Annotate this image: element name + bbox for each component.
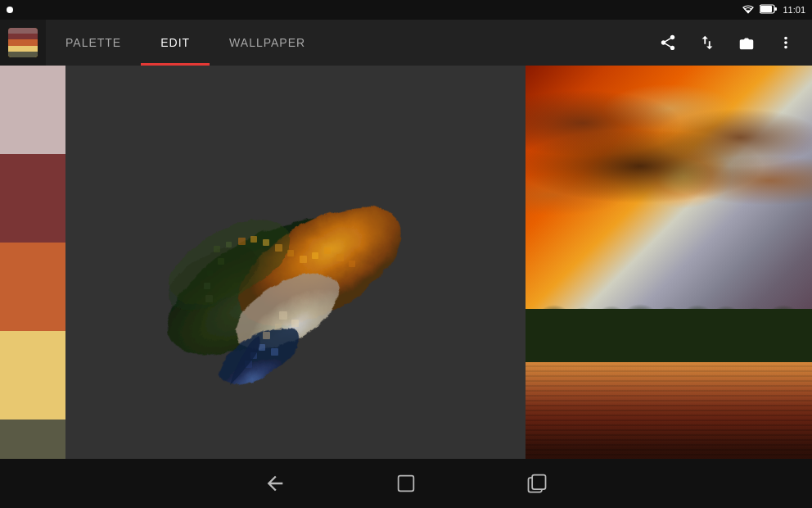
camera-button[interactable] (730, 26, 763, 59)
svg-rect-11 (238, 238, 246, 245)
bottom-nav (0, 459, 812, 508)
svg-rect-24 (205, 295, 213, 302)
tab-palette[interactable]: PALETTE (46, 20, 141, 66)
wifi-icon (742, 4, 755, 16)
app-icon-inner (8, 28, 38, 57)
home-button[interactable] (390, 467, 422, 500)
status-bar-left (7, 7, 13, 13)
svg-rect-14 (275, 244, 282, 252)
clock: 11:01 (783, 5, 805, 15)
svg-rect-30 (271, 348, 278, 356)
svg-rect-12 (250, 236, 257, 243)
swatch-burnt-orange[interactable] (0, 243, 65, 331)
svg-rect-20 (349, 261, 355, 267)
svg-rect-16 (300, 256, 307, 263)
canvas-area[interactable] (65, 66, 526, 508)
tabs: PALETTE EDIT WALLPAPER (46, 20, 652, 66)
svg-rect-33 (399, 476, 414, 492)
svg-rect-22 (207, 270, 213, 276)
tab-wallpaper[interactable]: WALLPAPER (210, 20, 325, 66)
svg-rect-28 (263, 332, 270, 339)
back-button[interactable] (259, 467, 291, 500)
svg-rect-23 (204, 283, 210, 289)
tab-edit[interactable]: EDIT (141, 20, 210, 66)
svg-rect-26 (291, 320, 299, 327)
svg-rect-27 (275, 324, 282, 330)
battery-icon (760, 4, 778, 16)
svg-rect-35 (532, 475, 545, 490)
main-content: Real (0, 66, 812, 508)
svg-rect-1 (760, 6, 772, 12)
svg-rect-9 (214, 246, 220, 252)
palette-panel (0, 66, 65, 508)
sunset-image (526, 66, 812, 508)
transfer-button[interactable] (691, 26, 724, 59)
swatch-light-pink[interactable] (0, 66, 65, 154)
svg-rect-19 (336, 254, 344, 261)
svg-rect-10 (226, 242, 232, 247)
notification-dot (7, 7, 13, 13)
treeline (526, 309, 812, 362)
swatch-golden-yellow[interactable] (0, 331, 65, 420)
svg-rect-13 (263, 239, 269, 246)
svg-rect-17 (312, 252, 318, 259)
more-button[interactable] (769, 26, 802, 59)
svg-rect-18 (324, 247, 331, 254)
status-bar: 11:01 (0, 0, 812, 20)
nav-actions (652, 26, 812, 59)
app-icon[interactable] (0, 20, 46, 66)
image-panel: Real (526, 66, 812, 508)
svg-rect-15 (287, 250, 294, 256)
nav-bar: PALETTE EDIT WALLPAPER (0, 20, 812, 66)
status-bar-right: 11:01 (742, 4, 805, 16)
svg-rect-21 (218, 258, 224, 265)
svg-rect-25 (279, 311, 287, 320)
recents-button[interactable] (521, 467, 553, 500)
feather-visualization (99, 123, 492, 451)
share-button[interactable] (652, 26, 684, 59)
swatch-dark-red[interactable] (0, 154, 65, 243)
svg-rect-2 (774, 7, 777, 11)
